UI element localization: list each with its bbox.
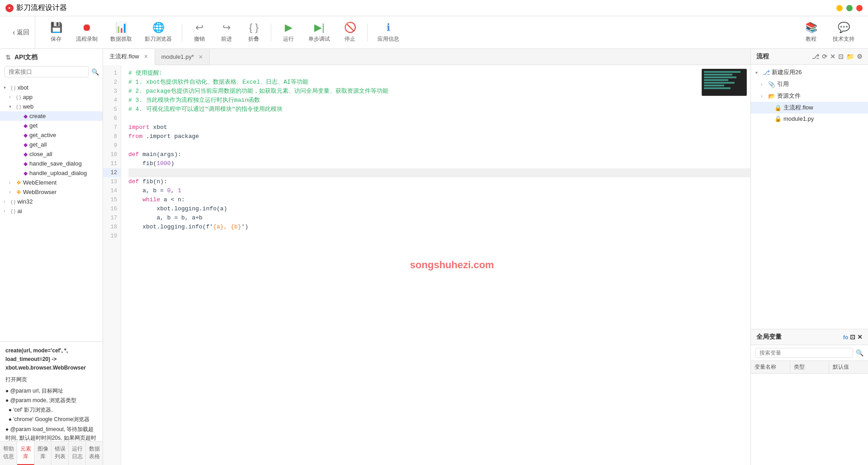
sidebar-item-web[interactable]: ▾ { } web (0, 102, 103, 111)
var-tool-copy[interactable]: ⊡ (850, 333, 855, 341)
quote-icon: 📎 (768, 81, 775, 88)
main-toolbar: ‹ 返回 💾 保存 ⏺ 流程录制 📊 数据抓取 🌐 影刀浏览器 ↩ 撤销 ↪ 前… (0, 16, 868, 49)
flow-item-new-app[interactable]: ▾ ⎇ 新建应用26 (751, 66, 868, 78)
flow-item-quote[interactable]: › 📎 引用 (751, 78, 868, 90)
sidebar-item-get[interactable]: ◆ get (0, 121, 103, 130)
sort-icon[interactable]: ⇅ (5, 54, 11, 61)
var-search-icon[interactable]: 🔍 (856, 349, 863, 356)
code-line-15: while a < n: (128, 195, 750, 204)
flow-tool-refresh[interactable]: ⟳ (822, 53, 827, 60)
flow-item-quote-label: 引用 (777, 80, 789, 88)
var-tool-fo[interactable]: fo (843, 334, 848, 341)
flow-tool-delete[interactable]: ✕ (830, 53, 835, 60)
sidebar-item-xbot[interactable]: ▾ { } xbot (0, 83, 103, 92)
tab-help[interactable]: 帮助信息 (0, 441, 17, 465)
search-input[interactable] (5, 66, 89, 77)
flow-tool-folder[interactable]: 📁 (846, 53, 854, 60)
flow-tool-layers[interactable]: ⎇ (812, 53, 819, 60)
sidebar-item-handle-save[interactable]: ◆ handle_save_dialog (0, 159, 103, 168)
redo-button[interactable]: ↪ 前进 (213, 19, 240, 46)
flow-item-resources[interactable]: › 📂 资源文件 (751, 90, 868, 102)
var-table: 变量名称 类型 默认值 (751, 361, 868, 465)
record-button[interactable]: ⏺ 流程录制 (70, 19, 104, 46)
save-button[interactable]: 💾 保存 (42, 19, 70, 46)
browser-label: 影刀浏览器 (145, 35, 172, 43)
stop-icon: 🚫 (344, 22, 356, 33)
app-info-button[interactable]: ℹ 应用信息 (371, 19, 406, 46)
line-num-4: 4 (103, 96, 121, 105)
tab-main-flow-close[interactable]: ✕ (144, 53, 148, 60)
tab-errors[interactable]: 错误列表 (52, 441, 69, 465)
method-icon: ◆ (24, 142, 28, 148)
tab-main-flow[interactable]: 主流程.flow ✕ (103, 49, 155, 65)
line-num-16: 16 (103, 204, 121, 214)
var-section-header: 全局变量 fo ⊡ ✕ (751, 329, 868, 345)
var-search-input[interactable] (755, 348, 853, 358)
var-search: 🔍 (751, 345, 868, 361)
editor-content[interactable]: 1 2 3 4 5 6 7 8 9 10 11 12 13 14 15 16 1… (103, 65, 750, 465)
fold-label: 折叠 (248, 35, 259, 43)
app-icon: ⎇ (763, 69, 770, 76)
tutorial-button[interactable]: 📚 教程 (797, 19, 825, 46)
run-button[interactable]: ▶ 运行 (275, 19, 302, 46)
doc-param-2a: ● 'cef' 影刀浏览器, (5, 406, 97, 414)
code-line-14: a, b = 0, 1 (128, 186, 750, 195)
tab-runlog[interactable]: 运行日志 (69, 441, 86, 465)
sidebar-search: 🔍 (0, 64, 103, 81)
flow-file-icon: 🔒 (774, 104, 782, 111)
maximize-button[interactable] (846, 5, 853, 11)
sidebar-item-ai[interactable]: › { } ai (0, 206, 103, 216)
sidebar-item-app[interactable]: › { } app (0, 92, 103, 102)
flow-tool-copy[interactable]: ⊡ (838, 53, 844, 60)
flow-item-label: 新建应用26 (772, 68, 802, 76)
flow-section-header: 流程 ⎇ ⟳ ✕ ⊡ 📁 ⚙ (751, 49, 868, 65)
sidebar-item-webbrowser[interactable]: › ❖ WebBrowser (0, 187, 103, 197)
close-button[interactable] (856, 5, 863, 11)
back-button[interactable]: ‹ 返回 (7, 16, 35, 48)
sidebar-item-create[interactable]: ◆ create (0, 111, 103, 121)
data-extract-button[interactable]: 📊 数据抓取 (104, 19, 138, 46)
sidebar-item-get-active[interactable]: ◆ get_active (0, 130, 103, 140)
code-line-19 (128, 232, 750, 241)
step-debug-button[interactable]: ▶| 单步调试 (302, 19, 336, 46)
line-num-18: 18 (103, 223, 121, 232)
sidebar-item-get-all[interactable]: ◆ get_all (0, 140, 103, 149)
flow-item-main[interactable]: 🔒 主流程.flow (751, 102, 868, 114)
flow-item-module1[interactable]: 🔒 module1.py (751, 114, 868, 124)
line-num-14: 14 (103, 186, 121, 195)
tab-module1-close[interactable]: ✕ (198, 54, 203, 60)
tab-elements[interactable]: 元素库 (17, 441, 34, 465)
code-line-3: # 2. package包提供访问当前应用数据的功能，如获取元素、访问全局变量、… (128, 87, 750, 96)
sidebar-item-webelement[interactable]: › ❖ WebElement (0, 178, 103, 187)
chevron-right-icon: › (4, 199, 9, 204)
support-button[interactable]: 💬 技术支持 (826, 19, 861, 46)
undo-button[interactable]: ↩ 撤销 (186, 19, 213, 46)
sidebar-item-close-all[interactable]: ◆ close_all (0, 149, 103, 159)
tab-images[interactable]: 图像库 (34, 441, 52, 465)
line-num-9: 9 (103, 141, 121, 150)
var-tool-delete[interactable]: ✕ (857, 333, 863, 341)
code-line-5: # 4. 可视化流程中可以通过"调用模块"的指令使用此模块 (128, 105, 750, 114)
step-label: 单步调试 (308, 35, 330, 43)
chevron-down-icon: ▾ (755, 70, 761, 75)
sidebar-item-win32[interactable]: › { } win32 (0, 197, 103, 206)
chevron-down-icon: ▾ (4, 85, 9, 90)
fold-button[interactable]: { } 折叠 (240, 19, 267, 46)
tab-datatable[interactable]: 数据表格 (86, 441, 103, 465)
code-line-6 (128, 114, 750, 123)
code-area[interactable]: # 使用提醒: # 1. xbot包提供软件自动化、数据表格、Excel、日志、… (121, 65, 750, 465)
var-table-header: 变量名称 类型 默认值 (751, 361, 868, 374)
stop-button[interactable]: 🚫 停止 (336, 19, 363, 46)
minimize-button[interactable] (836, 5, 843, 11)
flow-tool-settings[interactable]: ⚙ (857, 53, 863, 60)
support-icon: 💬 (838, 22, 850, 33)
doc-signature: create(url, mode='cef', *, load_timeout=… (5, 346, 97, 373)
window-controls (836, 5, 863, 11)
tab-module1[interactable]: module1.py* ✕ (155, 49, 210, 65)
flow-title: 流程 (756, 52, 769, 61)
search-icon[interactable]: 🔍 (91, 68, 99, 76)
browser-button[interactable]: 🌐 影刀浏览器 (138, 19, 178, 46)
sidebar-item-handle-upload[interactable]: ◆ handle_upload_dialog (0, 168, 103, 178)
code-line-1: # 使用提醒: (128, 69, 750, 78)
record-icon: ⏺ (82, 22, 92, 33)
